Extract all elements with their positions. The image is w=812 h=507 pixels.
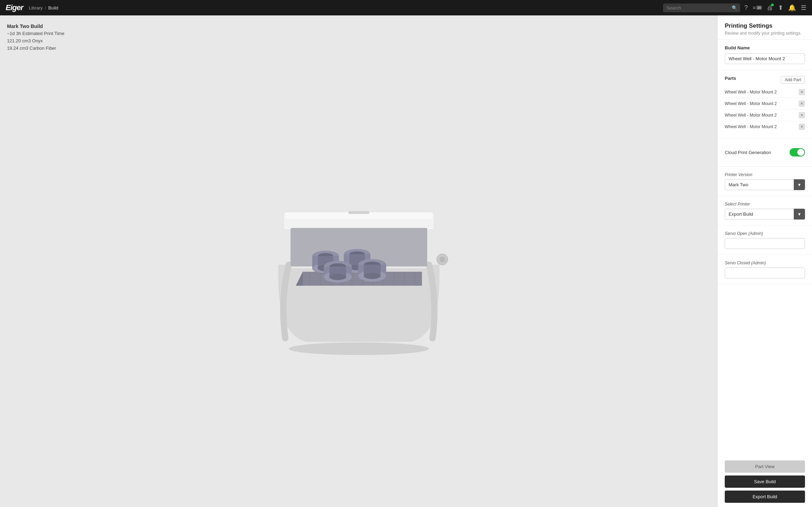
part-name: Wheel Well - Motor Mount 2 xyxy=(725,101,777,106)
printer-version-label: Printer Version xyxy=(725,172,805,177)
printer-status-icon[interactable]: 🖨 xyxy=(767,4,773,12)
help-icon[interactable]: ? xyxy=(744,4,748,12)
part-item: Wheel Well - Motor Mount 2 × xyxy=(725,98,805,110)
estimated-time: ~1d 3h Estimated Print Time xyxy=(7,30,64,37)
3d-viewport: Mark Two Build ~1d 3h Estimated Print Ti… xyxy=(0,15,717,507)
printer-version-select[interactable]: Mark Two Mark Two+ Mark X xyxy=(725,179,805,190)
printer-check-dot xyxy=(771,4,774,6)
part-remove-button[interactable]: × xyxy=(799,89,805,95)
parts-label: Parts xyxy=(725,76,736,81)
build-name-section: Build Name xyxy=(718,40,812,70)
layers-badge: 20 xyxy=(756,6,762,10)
parts-list: Wheel Well - Motor Mount 2 × Wheel Well … xyxy=(725,86,805,132)
navbar-icons: ? ≡20 🖨 ⬆ 🔔 ☰ xyxy=(744,4,806,12)
build-name-input[interactable] xyxy=(725,53,805,64)
search-icon: 🔍 xyxy=(732,5,737,11)
svg-point-43 xyxy=(329,274,346,280)
cloud-print-label: Cloud Print Generation xyxy=(725,150,771,155)
printer-scene xyxy=(0,15,717,507)
part-item: Wheel Well - Motor Mount 2 × xyxy=(725,86,805,98)
panel-title: Printing Settings xyxy=(725,22,805,29)
select-printer-dropdown-wrapper: Export Build Printer 1 Printer 2 ▼ xyxy=(725,209,805,220)
select-printer-label: Select Printer xyxy=(725,202,805,207)
part-remove-button[interactable]: × xyxy=(799,124,805,130)
select-printer-select[interactable]: Export Build Printer 1 Printer 2 xyxy=(725,209,805,220)
build-title: Mark Two Build xyxy=(7,22,64,30)
part-name: Wheel Well - Motor Mount 2 xyxy=(725,113,777,118)
servo-closed-label: Servo Closed (Admin) xyxy=(725,261,805,265)
part-item: Wheel Well - Motor Mount 2 × xyxy=(725,110,805,121)
search-bar: 🔍 xyxy=(663,4,740,12)
carbon-fiber-volume: 19.24 cm3 Carbon Fiber xyxy=(7,45,64,52)
servo-open-section: Servo Open (Admin) xyxy=(718,225,812,255)
cloud-print-toggle[interactable] xyxy=(790,148,805,157)
panel-header: Printing Settings Review and modify your… xyxy=(718,15,812,40)
parts-header: Parts Add Part xyxy=(725,76,805,84)
part-name: Wheel Well - Motor Mount 2 xyxy=(725,90,777,95)
navbar: Eiger Library / Build 🔍 ? ≡20 🖨 ⬆ 🔔 ☰ xyxy=(0,0,812,15)
servo-open-label: Servo Open (Admin) xyxy=(725,231,805,236)
menu-icon[interactable]: ☰ xyxy=(801,4,806,12)
printer-illustration xyxy=(250,167,468,356)
part-view-button[interactable]: Part View xyxy=(725,460,805,473)
part-remove-button[interactable]: × xyxy=(799,100,805,107)
breadcrumb-separator: / xyxy=(45,5,46,11)
build-info: Mark Two Build ~1d 3h Estimated Print Ti… xyxy=(7,22,64,52)
cloud-print-section: Cloud Print Generation xyxy=(718,138,812,167)
printer-version-section: Printer Version Mark Two Mark Two+ Mark … xyxy=(718,167,812,196)
search-input[interactable] xyxy=(663,4,740,12)
bottom-buttons: Part View Save Build Export Build xyxy=(718,456,812,507)
part-item: Wheel Well - Motor Mount 2 × xyxy=(725,121,805,132)
cloud-print-toggle-row: Cloud Print Generation xyxy=(725,144,805,161)
part-name: Wheel Well - Motor Mount 2 xyxy=(725,124,777,129)
right-panel: Printing Settings Review and modify your… xyxy=(717,15,812,507)
printer-version-dropdown-wrapper: Mark Two Mark Two+ Mark X ▼ xyxy=(725,179,805,190)
servo-closed-section: Servo Closed (Admin) xyxy=(718,255,812,284)
select-printer-section: Select Printer Export Build Printer 1 Pr… xyxy=(718,196,812,225)
toggle-knob xyxy=(797,149,804,156)
breadcrumb: Library / Build xyxy=(29,5,58,11)
export-build-button[interactable]: Export Build xyxy=(725,491,805,503)
build-name-label: Build Name xyxy=(725,45,805,50)
onyx-volume: 121.20 cm3 Onyx xyxy=(7,37,64,45)
svg-point-49 xyxy=(364,273,381,279)
servo-closed-input[interactable] xyxy=(725,268,805,278)
upload-icon[interactable]: ⬆ xyxy=(778,4,783,12)
layers-icon[interactable]: ≡20 xyxy=(753,5,762,11)
servo-open-input[interactable] xyxy=(725,238,805,249)
svg-point-0 xyxy=(289,342,429,355)
svg-point-51 xyxy=(439,257,445,262)
app-logo[interactable]: Eiger xyxy=(6,3,23,12)
parts-section: Parts Add Part Wheel Well - Motor Mount … xyxy=(718,70,812,138)
bell-icon[interactable]: 🔔 xyxy=(788,4,796,12)
breadcrumb-current: Build xyxy=(48,5,58,11)
add-part-button[interactable]: Add Part xyxy=(781,76,805,84)
svg-rect-52 xyxy=(348,211,369,214)
breadcrumb-library[interactable]: Library xyxy=(29,5,43,11)
panel-subtitle: Review and modify your printing settings… xyxy=(725,31,805,36)
part-remove-button[interactable]: × xyxy=(799,112,805,118)
save-build-button[interactable]: Save Build xyxy=(725,475,805,488)
